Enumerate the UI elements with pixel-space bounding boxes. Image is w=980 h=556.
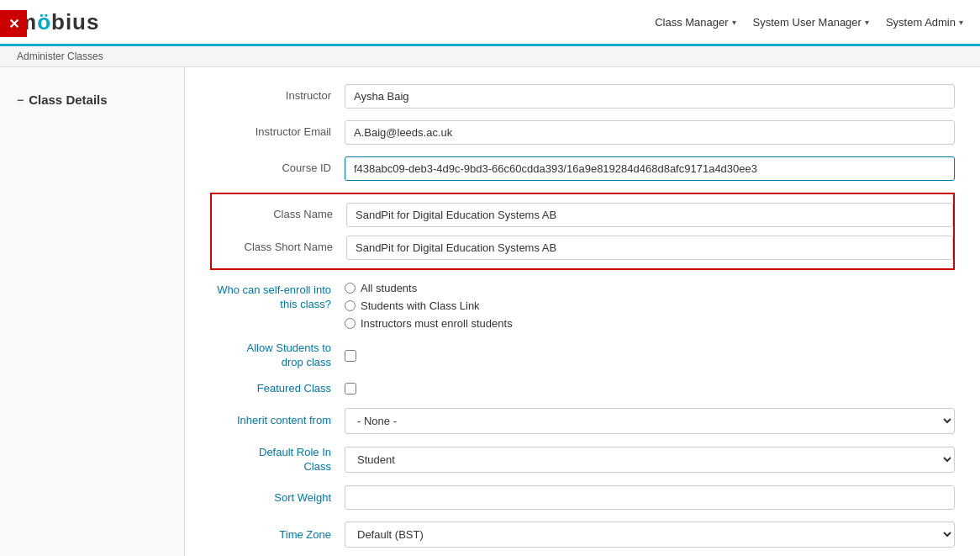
instructor-email-label: Instructor Email xyxy=(210,125,345,140)
inherit-content-label: Inherit content from xyxy=(210,414,345,428)
featured-class-checkbox[interactable] xyxy=(345,383,356,394)
self-enroll-label: Who can self-enroll into this class? xyxy=(210,282,345,312)
close-button[interactable]: ✕ xyxy=(0,10,27,37)
course-id-input[interactable] xyxy=(345,156,955,181)
self-enroll-all-label: All students xyxy=(361,282,417,294)
default-role-select[interactable]: StudentInstructor xyxy=(345,447,955,473)
logo-text: möbius xyxy=(17,9,99,35)
logo: möbius xyxy=(17,9,99,35)
course-id-label: Course ID xyxy=(210,162,345,176)
class-name-row: Class Name xyxy=(212,203,953,227)
sort-weight-input[interactable] xyxy=(345,485,955,510)
sort-weight-row: Sort Weight xyxy=(210,485,955,510)
featured-class-checkbox-container xyxy=(345,383,356,394)
class-short-name-row: Class Short Name xyxy=(212,236,953,260)
nav-system-user-manager[interactable]: System User Manager ▾ xyxy=(753,16,869,29)
self-enroll-classlink-radio[interactable] xyxy=(345,300,356,311)
content-area: Instructor Instructor Email Course ID Cl… xyxy=(185,67,980,556)
self-enroll-all-students[interactable]: All students xyxy=(345,282,513,294)
collapse-dash-icon: − xyxy=(17,93,24,107)
featured-class-row: Featured Class xyxy=(210,382,955,396)
class-short-name-label: Class Short Name xyxy=(212,241,346,255)
allow-drop-label-1: Allow Students to xyxy=(247,342,331,356)
system-admin-chevron-icon: ▾ xyxy=(959,18,963,27)
self-enroll-class-link[interactable]: Students with Class Link xyxy=(345,299,513,312)
default-role-row: Default Role In Class StudentInstructor xyxy=(210,446,955,474)
nav-links: Class Manager ▾ System User Manager ▾ Sy… xyxy=(655,16,963,29)
instructor-row: Instructor xyxy=(210,84,955,109)
allow-drop-checkbox-container xyxy=(345,350,356,362)
class-manager-chevron-icon: ▾ xyxy=(732,18,736,27)
sidebar-class-details-title[interactable]: − Class Details xyxy=(17,93,167,107)
featured-class-label: Featured Class xyxy=(210,382,345,396)
default-role-label-2: Class xyxy=(303,460,331,474)
instructor-email-input[interactable] xyxy=(345,120,955,145)
sort-weight-label: Sort Weight xyxy=(210,491,345,506)
class-name-label: Class Name xyxy=(212,208,346,222)
time-zone-label: Time Zone xyxy=(210,528,345,543)
sidebar-section-class-details: − Class Details xyxy=(0,84,184,115)
instructor-label: Instructor xyxy=(210,89,345,103)
self-enroll-instructor-label: Instructors must enroll students xyxy=(361,317,513,330)
allow-drop-label: Allow Students to drop class xyxy=(210,342,345,370)
inherit-content-row: Inherit content from - None - xyxy=(210,408,955,434)
default-role-label-1: Default Role In xyxy=(259,446,331,460)
self-enroll-row: Who can self-enroll into this class? All… xyxy=(210,282,955,330)
class-manager-label: Class Manager xyxy=(655,16,728,29)
inherit-content-select[interactable]: - None - xyxy=(345,408,955,434)
self-enroll-instructor-radio[interactable] xyxy=(345,318,356,329)
sidebar: − Class Details xyxy=(0,67,185,556)
allow-drop-checkbox[interactable] xyxy=(345,350,356,362)
self-enroll-instructor[interactable]: Instructors must enroll students xyxy=(345,317,513,330)
allow-drop-row: Allow Students to drop class xyxy=(210,342,955,370)
class-name-input[interactable] xyxy=(346,203,953,227)
instructor-input[interactable] xyxy=(345,84,955,109)
system-user-manager-chevron-icon: ▾ xyxy=(865,18,869,27)
logo-dots: ö xyxy=(37,9,51,34)
self-enroll-classlink-label: Students with Class Link xyxy=(361,299,480,312)
top-navbar: möbius Class Manager ▾ System User Manag… xyxy=(0,0,980,46)
nav-class-manager[interactable]: Class Manager ▾ xyxy=(655,16,735,29)
system-user-manager-label: System User Manager xyxy=(753,16,861,29)
sidebar-class-details-label: Class Details xyxy=(29,93,107,107)
breadcrumb-text: Administer Classes xyxy=(17,50,103,62)
time-zone-select[interactable]: Default (BST) xyxy=(345,522,955,548)
time-zone-row: Time Zone Default (BST) xyxy=(210,522,955,548)
self-enroll-all-radio[interactable] xyxy=(345,283,356,294)
default-role-label: Default Role In Class xyxy=(210,446,345,474)
nav-system-admin[interactable]: System Admin ▾ xyxy=(886,16,963,29)
self-enroll-radio-group: All students Students with Class Link In… xyxy=(345,282,513,330)
system-admin-label: System Admin xyxy=(886,16,956,29)
class-name-section: Class Name Class Short Name xyxy=(210,193,955,270)
main-layout: − Class Details Instructor Instructor Em… xyxy=(0,67,980,556)
close-icon: ✕ xyxy=(8,16,19,32)
allow-drop-label-2: drop class xyxy=(282,356,331,370)
class-short-name-input[interactable] xyxy=(346,236,953,260)
instructor-email-row: Instructor Email xyxy=(210,120,955,145)
course-id-row: Course ID xyxy=(210,156,955,181)
breadcrumb: Administer Classes xyxy=(0,46,980,67)
